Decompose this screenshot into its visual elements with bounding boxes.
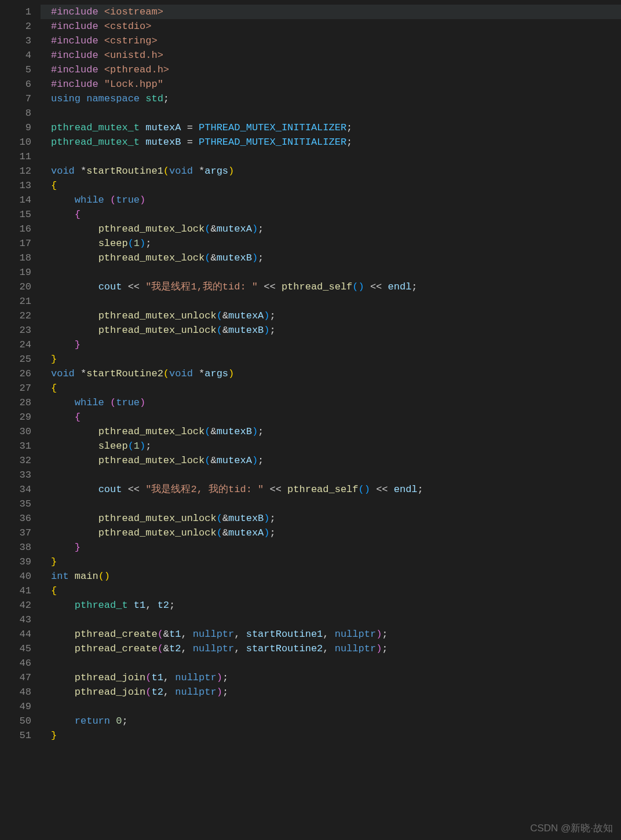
line-number: 50 [0,714,31,728]
code-line[interactable]: } [51,555,621,569]
line-number: 24 [0,338,31,352]
line-number: 26 [0,366,31,381]
line-number: 7 [0,91,31,106]
line-number: 46 [0,656,31,670]
line-number: 25 [0,352,31,366]
line-number: 18 [0,251,31,265]
code-line[interactable]: { [51,584,621,598]
code-line[interactable]: int main() [51,569,621,584]
code-line[interactable]: #include <cstdio> [51,19,621,34]
code-line[interactable]: } [51,728,621,743]
code-line[interactable]: while (true) [51,395,621,410]
code-line[interactable] [51,106,621,120]
code-line[interactable] [51,612,621,627]
watermark: CSDN @新晓·故知 [530,821,613,835]
line-number: 48 [0,685,31,699]
line-number: 12 [0,164,31,178]
code-line[interactable]: pthread_mutex_t mutexB = PTHREAD_MUTEX_I… [51,135,621,149]
code-line[interactable]: pthread_mutex_t mutexA = PTHREAD_MUTEX_I… [51,120,621,135]
code-line[interactable]: pthread_mutex_unlock(&mutexB); [51,323,621,338]
line-number: 2 [0,19,31,34]
line-number: 15 [0,207,31,222]
code-area[interactable]: #include <iostream>#include <cstdio>#inc… [41,0,621,840]
line-number: 19 [0,265,31,280]
code-line[interactable]: pthread_mutex_lock(&mutexA); [51,222,621,236]
line-number: 32 [0,453,31,468]
code-line[interactable]: pthread_mutex_unlock(&mutexB); [51,511,621,526]
line-number-gutter: 1234567891011121314151617181920212223242… [0,0,41,840]
code-line[interactable]: sleep(1); [51,236,621,251]
line-number: 23 [0,323,31,338]
line-number: 30 [0,424,31,439]
line-number: 45 [0,641,31,656]
code-line[interactable]: #include <iostream> [41,5,621,19]
line-number: 39 [0,555,31,569]
code-line[interactable]: pthread_mutex_unlock(&mutexA); [51,309,621,323]
line-number: 41 [0,584,31,598]
code-editor[interactable]: 1234567891011121314151617181920212223242… [0,0,621,840]
code-line[interactable]: #include "Lock.hpp" [51,77,621,91]
code-line[interactable]: pthread_mutex_lock(&mutexB); [51,251,621,265]
code-line[interactable]: { [51,410,621,424]
line-number: 28 [0,395,31,410]
line-number: 10 [0,135,31,149]
line-number: 1 [0,5,31,19]
code-line[interactable]: using namespace std; [51,91,621,106]
code-line[interactable]: { [51,207,621,222]
code-line[interactable] [51,294,621,309]
line-number: 11 [0,149,31,164]
line-number: 27 [0,381,31,395]
line-number: 51 [0,728,31,743]
code-line[interactable]: void *startRoutine2(void *args) [51,366,621,381]
line-number: 31 [0,439,31,453]
code-line[interactable]: void *startRoutine1(void *args) [51,164,621,178]
code-line[interactable]: #include <cstring> [51,34,621,48]
line-number: 43 [0,612,31,627]
line-number: 4 [0,48,31,63]
line-number: 3 [0,34,31,48]
line-number: 40 [0,569,31,584]
code-line[interactable]: pthread_join(t2, nullptr); [51,685,621,699]
code-line[interactable]: pthread_mutex_unlock(&mutexA); [51,526,621,540]
code-line[interactable] [51,699,621,714]
code-line[interactable]: return 0; [51,714,621,728]
line-number: 49 [0,699,31,714]
code-line[interactable]: } [51,338,621,352]
code-line[interactable] [51,656,621,670]
code-line[interactable]: while (true) [51,193,621,207]
code-line[interactable]: pthread_mutex_lock(&mutexB); [51,424,621,439]
line-number: 21 [0,294,31,309]
code-line[interactable]: pthread_create(&t2, nullptr, startRoutin… [51,641,621,656]
code-line[interactable]: } [51,540,621,555]
code-line[interactable] [51,497,621,511]
line-number: 34 [0,482,31,497]
line-number: 8 [0,106,31,120]
code-line[interactable]: cout << "我是线程2, 我的tid: " << pthread_self… [51,482,621,497]
line-number: 20 [0,280,31,294]
line-number: 14 [0,193,31,207]
line-number: 16 [0,222,31,236]
line-number: 44 [0,627,31,641]
code-line[interactable]: { [51,178,621,193]
line-number: 6 [0,77,31,91]
code-line[interactable] [51,149,621,164]
code-line[interactable]: } [51,352,621,366]
code-line[interactable] [51,468,621,482]
code-line[interactable]: pthread_create(&t1, nullptr, startRoutin… [51,627,621,641]
line-number: 22 [0,309,31,323]
line-number: 9 [0,120,31,135]
code-line[interactable]: { [51,381,621,395]
code-line[interactable]: pthread_join(t1, nullptr); [51,670,621,685]
line-number: 36 [0,511,31,526]
code-line[interactable]: #include <pthread.h> [51,63,621,77]
code-line[interactable]: #include <unistd.h> [51,48,621,63]
line-number: 5 [0,63,31,77]
code-line[interactable]: pthread_t t1, t2; [51,598,621,612]
code-line[interactable]: sleep(1); [51,439,621,453]
line-number: 17 [0,236,31,251]
line-number: 47 [0,670,31,685]
code-line[interactable]: cout << "我是线程1,我的tid: " << pthread_self(… [51,280,621,294]
line-number: 13 [0,178,31,193]
code-line[interactable]: pthread_mutex_lock(&mutexA); [51,453,621,468]
code-line[interactable] [51,265,621,280]
